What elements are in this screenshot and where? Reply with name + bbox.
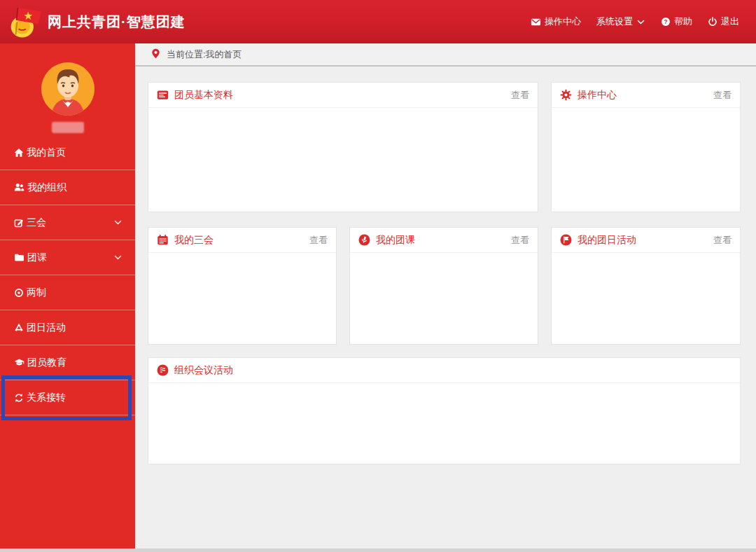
svg-text:?: ? [664, 18, 667, 25]
sidebar-item-member-education[interactable]: 团员教育 [0, 345, 135, 380]
home-icon [14, 148, 24, 158]
calendar-icon [157, 234, 169, 246]
sidebar-item-league-class[interactable]: 团课 [0, 240, 135, 275]
sidebar-item-label: 团日活动 [27, 322, 66, 334]
card-my-three-meetings: 我的三会 查看 [148, 227, 337, 345]
edit-icon [14, 218, 24, 228]
chevron-down-icon [113, 253, 122, 262]
sidebar-item-label: 我的组织 [27, 181, 66, 194]
nav-label: 系统设置 [596, 15, 633, 28]
app-title: 网上共青团·智慧团建 [48, 13, 186, 32]
sidebar-item-my-homepage[interactable]: 我的首页 [0, 135, 135, 170]
main-content: 当前位置:我的首页 团员基本资料 查看 [135, 43, 756, 548]
transfer-icon [14, 393, 24, 403]
card-title: 我的三会 [174, 234, 214, 247]
recycle-icon [14, 323, 24, 333]
user-profile [0, 43, 135, 135]
nav-label: 退出 [721, 15, 739, 28]
nav-logout[interactable]: 退出 [708, 15, 739, 28]
nav-label: 帮助 [674, 15, 692, 28]
gear-icon [560, 89, 572, 101]
nav-operation-center[interactable]: 操作中心 [531, 15, 581, 28]
nav-system-settings[interactable]: 系统设置 [596, 15, 645, 28]
card-title: 组织会议活动 [174, 364, 233, 377]
id-card-icon [157, 89, 169, 101]
sidebar-item-my-organization[interactable]: 我的组织 [0, 170, 135, 205]
card-header: 操作中心 查看 [552, 83, 740, 108]
chevron-down-icon [113, 218, 122, 227]
sidebar-item-label: 三会 [27, 216, 46, 229]
card-header: 我的三会 查看 [148, 228, 336, 253]
location-pin-icon [150, 48, 161, 61]
card-header: 组织会议活动 [148, 358, 740, 383]
target-icon [14, 288, 24, 298]
view-link[interactable]: 查看 [713, 234, 732, 247]
nav-help[interactable]: ? 帮助 [661, 15, 692, 28]
sidebar-item-label: 两制 [27, 287, 46, 299]
card-operation-center: 操作中心 查看 [551, 82, 741, 212]
card-title: 操作中心 [578, 89, 617, 102]
sidebar: 我的首页 我的组织 三会 [0, 43, 135, 548]
header-nav: 操作中心 系统设置 ? 帮助 [531, 15, 739, 28]
help-icon: ? [661, 17, 671, 27]
microphone-circle-icon [358, 234, 370, 246]
breadcrumb-label: 当前位置:我的首页 [167, 48, 242, 61]
league-emblem-icon [8, 4, 43, 39]
card-header: 我的团课 查看 [350, 228, 538, 253]
card-header: 我的团日活动 查看 [552, 228, 740, 253]
view-link[interactable]: 查看 [511, 234, 529, 247]
card-member-basic-info: 团员基本资料 查看 [148, 82, 538, 212]
mail-icon [531, 17, 541, 27]
sidebar-item-label: 我的首页 [27, 146, 66, 159]
sidebar-item-relationship-transfer[interactable]: 关系接转 [0, 380, 135, 415]
graduation-cap-icon [14, 357, 24, 368]
card-title: 我的团课 [376, 234, 415, 247]
sidebar-item-three-meetings[interactable]: 三会 [0, 205, 135, 240]
breadcrumb: 当前位置:我的首页 [135, 43, 756, 67]
users-icon [14, 182, 24, 193]
sidebar-item-two-systems[interactable]: 两制 [0, 275, 135, 310]
card-my-league-day-activities: 我的团日活动 查看 [551, 227, 741, 345]
card-header: 团员基本资料 查看 [148, 83, 538, 108]
nav-label: 操作中心 [545, 15, 581, 28]
view-link[interactable]: 查看 [511, 89, 529, 102]
sidebar-item-label: 关系接转 [27, 392, 66, 404]
power-icon [708, 17, 718, 27]
card-organization-meeting-activities: 组织会议活动 [148, 357, 741, 464]
card-my-league-classes: 我的团课 查看 [349, 227, 538, 345]
sidebar-menu: 我的首页 我的组织 三会 [0, 135, 135, 415]
sidebar-item-league-day-activities[interactable]: 团日活动 [0, 310, 135, 345]
top-header: 网上共青团·智慧团建 操作中心 系统设置 ? [0, 0, 756, 43]
sidebar-item-label: 团员教育 [27, 357, 66, 369]
user-name-blurred [52, 122, 84, 133]
page-bottom-edge [0, 548, 756, 552]
folder-icon [14, 252, 24, 263]
card-title: 团员基本资料 [174, 89, 233, 102]
sidebar-item-label: 团课 [27, 251, 47, 264]
view-link[interactable]: 查看 [309, 234, 328, 247]
flag-circle-icon [560, 234, 572, 246]
view-link[interactable]: 查看 [713, 89, 732, 102]
brand: 网上共青团·智慧团建 [8, 4, 186, 39]
avatar[interactable] [41, 62, 94, 116]
meeting-list-circle-icon [157, 364, 169, 376]
card-title: 我的团日活动 [578, 234, 636, 247]
chevron-down-icon [636, 18, 645, 27]
